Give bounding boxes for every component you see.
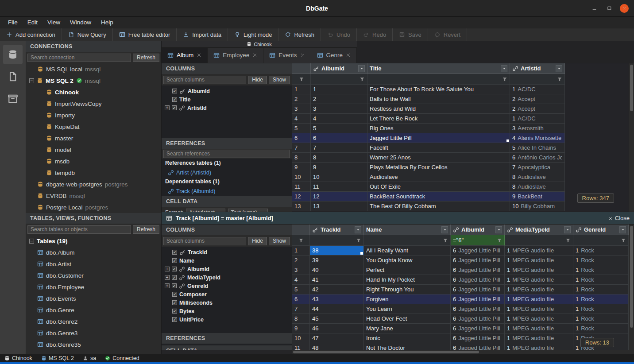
scrollbar-thumb[interactable] <box>630 226 633 328</box>
column-header-mediatypeid[interactable]: MediaTypeId <box>505 225 573 235</box>
tab-employee[interactable]: Employee <box>208 48 263 63</box>
column-menu-button[interactable] <box>556 65 562 72</box>
cell-genreid[interactable]: 1Rock <box>573 246 629 256</box>
album-columns-search-input[interactable] <box>163 76 246 84</box>
row-number[interactable]: 9 <box>292 324 310 333</box>
cell-albumid[interactable]: 8 <box>311 153 367 163</box>
tab-genre[interactable]: Genre <box>311 48 357 63</box>
menu-file[interactable]: File <box>4 18 22 27</box>
cell-genreid[interactable]: 1Rock <box>573 294 629 304</box>
cell-name[interactable]: Mary Jane <box>364 324 451 333</box>
close-reference-button[interactable]: Close <box>608 215 630 221</box>
activity-history-button[interactable] <box>3 89 23 108</box>
cell-albumid[interactable]: 6Jagged Little Pill <box>451 285 505 294</box>
cell-name[interactable]: Forgiven <box>364 294 451 304</box>
column-item-genreid[interactable]: +✓GenreId <box>162 282 292 290</box>
database-item-tempdb[interactable]: tempdb <box>26 167 161 178</box>
cell-artistid[interactable]: 5Alice In Chains <box>510 143 565 153</box>
cell-name[interactable]: Hand In My Pocket <box>364 275 451 285</box>
cell-name[interactable]: You Learn <box>364 304 451 314</box>
vertical-scrollbar[interactable] <box>629 63 634 212</box>
cell-genreid[interactable]: 1Rock <box>573 324 629 333</box>
reference-link-track-albumid[interactable]: Track (AlbumId) <box>162 186 292 196</box>
row-number[interactable]: 12 <box>292 192 311 201</box>
cell-mediatypeid[interactable]: 1MPEG audio file <box>505 324 573 333</box>
cell-mediatypeid[interactable]: 1MPEG audio file <box>505 343 573 350</box>
close-tab-icon[interactable] <box>300 53 305 58</box>
toolbar-new-query-button[interactable]: New Query <box>62 28 113 41</box>
cell-mediatypeid[interactable]: 1MPEG audio file <box>505 275 573 285</box>
cell-name[interactable]: Ironic <box>364 333 451 343</box>
toolbar-refresh-button[interactable]: Refresh <box>278 28 321 41</box>
album-hide-button[interactable]: Hide <box>248 76 267 84</box>
row-number[interactable]: 2 <box>292 256 310 265</box>
connections-search-input[interactable] <box>27 54 131 62</box>
checkbox-icon[interactable]: ✓ <box>172 300 177 305</box>
cell-title[interactable]: Let There Be Rock <box>367 114 510 124</box>
cell-trackid[interactable]: 41 <box>310 275 364 285</box>
cell-name[interactable]: Perfect <box>364 265 451 275</box>
checkbox-icon[interactable]: ✓ <box>172 258 177 263</box>
table-item-dbo-artist[interactable]: dbo.Artist <box>26 258 161 270</box>
row-number[interactable]: 7 <box>292 143 311 153</box>
collapse-icon[interactable]: − <box>29 239 34 244</box>
column-item-name[interactable]: ✓Name <box>162 256 292 265</box>
row-number[interactable]: 6 <box>292 294 310 304</box>
cell-genreid[interactable]: 1Rock <box>573 314 629 324</box>
checkbox-icon[interactable]: ✓ <box>172 267 177 271</box>
connection-item-ms-sql-local[interactable]: MS SQL localmssql <box>26 63 161 75</box>
format-mode-select[interactable]: Text (wrap) <box>228 209 268 212</box>
checkbox-icon[interactable]: ✓ <box>172 275 177 280</box>
maximize-button[interactable] <box>605 4 614 13</box>
row-number[interactable]: 5 <box>292 124 311 133</box>
connections-refresh-button[interactable]: Refresh <box>133 54 159 62</box>
cell-trackid[interactable]: 48 <box>310 343 364 350</box>
connection-item-evrdb[interactable]: EVRDBmssql <box>26 190 161 201</box>
status-user[interactable]: sa <box>83 355 96 361</box>
column-header-genreid[interactable]: GenreId <box>573 225 629 235</box>
cell-trackid[interactable]: 44 <box>310 304 364 314</box>
cell-artistid[interactable]: 1AC/DC <box>510 114 565 124</box>
column-menu-button[interactable] <box>619 226 626 233</box>
minimize-button[interactable] <box>590 4 599 13</box>
cell-title[interactable]: Balls to the Wall <box>367 94 510 104</box>
track-hide-button[interactable]: Hide <box>248 237 267 245</box>
cell-albumid[interactable]: 2 <box>311 94 367 104</box>
database-item-importy[interactable]: Importy <box>26 109 161 121</box>
cell-artistid[interactable]: 6Antônio Carlos Jobim <box>510 153 565 163</box>
checkbox-icon[interactable]: ✓ <box>172 97 177 102</box>
row-number[interactable]: 3 <box>292 265 310 275</box>
table-item-dbo-album[interactable]: dbo.Album <box>26 247 161 258</box>
cell-title[interactable]: BackBeat Soundtrack <box>367 192 510 201</box>
table-item-dbo-genre2[interactable]: dbo.Genre2 <box>26 316 161 327</box>
column-menu-button[interactable] <box>501 65 507 72</box>
cell-albumid[interactable]: 6Jagged Little Pill <box>451 294 505 304</box>
format-select[interactable]: Autodetect <box>186 209 225 212</box>
row-number[interactable]: 10 <box>292 172 311 182</box>
cell-albumid[interactable]: 6Jagged Little Pill <box>451 275 505 285</box>
collapse-icon[interactable]: − <box>29 78 34 83</box>
cell-artistid[interactable]: 8Audioslave <box>510 182 565 192</box>
filter-trackid[interactable] <box>310 235 364 246</box>
cell-title[interactable]: Facelift <box>367 143 510 153</box>
filter-albumid[interactable] <box>311 74 367 85</box>
row-number[interactable]: 8 <box>292 314 310 324</box>
cell-albumid[interactable]: 3 <box>311 104 367 114</box>
checkbox-icon[interactable]: ✓ <box>172 283 177 288</box>
column-menu-button[interactable] <box>564 226 571 233</box>
column-header-title[interactable]: Title <box>367 63 510 74</box>
row-number[interactable]: 3 <box>292 104 311 114</box>
cell-name[interactable]: You Oughta Know <box>364 256 451 265</box>
menu-view[interactable]: View <box>43 18 65 27</box>
database-item-master[interactable]: master <box>26 132 161 144</box>
cell-artistid[interactable]: 7Apocalyptica <box>510 163 565 172</box>
checkbox-icon[interactable]: ✓ <box>172 105 177 110</box>
cell-albumid[interactable]: 6 <box>311 133 367 143</box>
cell-albumid[interactable]: 4 <box>311 114 367 124</box>
cell-albumid[interactable]: 9 <box>311 163 367 172</box>
database-item-model[interactable]: model <box>26 144 161 155</box>
cell-artistid[interactable]: 10Billy Cobham <box>510 201 565 211</box>
column-menu-button[interactable] <box>441 226 448 233</box>
cell-mediatypeid[interactable]: 1MPEG audio file <box>505 333 573 343</box>
cell-title[interactable]: For Those About To Rock We Salute You <box>367 85 510 94</box>
